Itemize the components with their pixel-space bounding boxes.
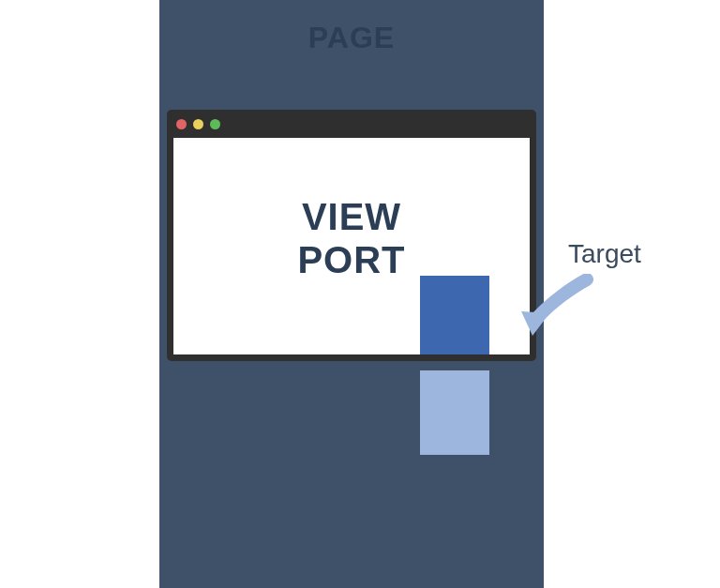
target-label: Target — [568, 239, 641, 269]
target-element-visible — [420, 276, 489, 354]
window-titlebar — [167, 110, 536, 138]
viewport-line1: VIEW — [297, 195, 405, 238]
close-icon — [176, 119, 187, 129]
arrow-icon — [514, 274, 598, 349]
minimize-icon — [193, 119, 203, 129]
viewport-line2: PORT — [297, 238, 405, 281]
page-heading: PAGE — [159, 21, 544, 55]
viewport-heading: VIEW PORT — [297, 195, 405, 281]
target-element-hidden — [420, 370, 489, 455]
maximize-icon — [210, 119, 220, 129]
